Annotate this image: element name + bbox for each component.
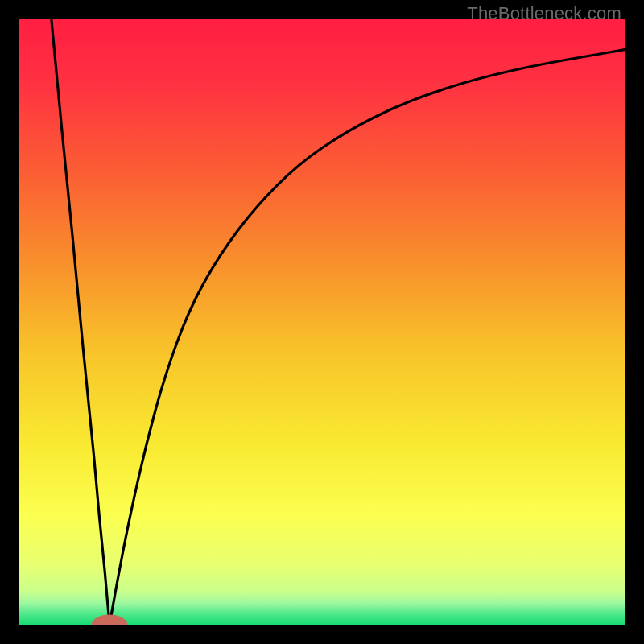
curve-right-branch: [109, 50, 625, 625]
curve-layer: [19, 19, 625, 625]
curve-left-branch: [52, 19, 109, 625]
plot-area: [19, 19, 625, 625]
chart-frame: TheBottleneck.com: [0, 0, 644, 644]
watermark-text: TheBottleneck.com: [467, 3, 621, 24]
optimum-marker: [92, 615, 127, 625]
